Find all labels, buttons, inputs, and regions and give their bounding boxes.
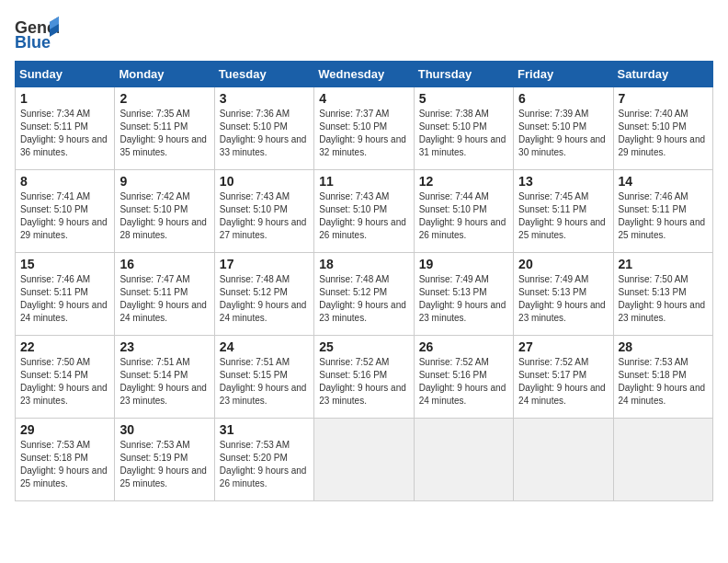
day-number: 26 [419,339,508,354]
day-number: 7 [619,91,708,106]
table-row: 24Sunrise: 7:51 AMSunset: 5:15 PMDayligh… [214,336,313,419]
day-info: Sunrise: 7:44 AMSunset: 5:10 PMDaylight:… [419,190,508,242]
table-row: 22Sunrise: 7:50 AMSunset: 5:14 PMDayligh… [16,336,115,419]
day-number: 1 [20,91,109,106]
day-info: Sunrise: 7:51 AMSunset: 5:14 PMDaylight:… [119,356,209,408]
table-row: 13Sunrise: 7:45 AMSunset: 5:11 PMDayligh… [514,170,613,253]
day-info: Sunrise: 7:35 AMSunset: 5:11 PMDaylight:… [119,108,209,159]
day-number: 6 [518,91,608,106]
day-number: 15 [20,257,109,271]
day-info: Sunrise: 7:41 AMSunset: 5:10 PMDaylight:… [20,190,109,242]
table-row: 4Sunrise: 7:37 AMSunset: 5:10 PMDaylight… [314,87,414,170]
table-row: 23Sunrise: 7:51 AMSunset: 5:14 PMDayligh… [115,336,214,419]
day-number: 4 [319,91,408,106]
day-info: Sunrise: 7:46 AMSunset: 5:11 PMDaylight:… [619,190,708,242]
day-number: 17 [220,257,309,271]
day-info: Sunrise: 7:45 AMSunset: 5:11 PMDaylight:… [518,190,608,242]
day-number: 2 [119,91,209,106]
day-number: 8 [20,174,109,189]
table-row: 14Sunrise: 7:46 AMSunset: 5:11 PMDayligh… [613,170,712,253]
day-info: Sunrise: 7:47 AMSunset: 5:11 PMDaylight:… [119,273,209,325]
day-number: 18 [319,257,408,271]
header-friday: Friday [514,62,613,87]
day-number: 12 [419,174,508,189]
table-row: 12Sunrise: 7:44 AMSunset: 5:10 PMDayligh… [414,170,513,253]
day-info: Sunrise: 7:52 AMSunset: 5:16 PMDaylight:… [319,356,408,408]
day-info: Sunrise: 7:37 AMSunset: 5:10 PMDaylight:… [319,108,408,159]
calendar-table: Sunday Monday Tuesday Wednesday Thursday… [15,61,713,501]
day-number: 30 [119,422,209,437]
day-number: 13 [518,174,608,189]
table-row: 11Sunrise: 7:43 AMSunset: 5:10 PMDayligh… [314,170,414,253]
day-info: Sunrise: 7:42 AMSunset: 5:10 PMDaylight:… [119,190,209,242]
empty-cell [414,419,513,501]
table-row: 7Sunrise: 7:40 AMSunset: 5:10 PMDaylight… [613,87,712,170]
day-number: 23 [119,339,209,354]
table-row: 20Sunrise: 7:49 AMSunset: 5:13 PMDayligh… [514,253,613,336]
day-number: 21 [619,257,708,271]
day-info: Sunrise: 7:43 AMSunset: 5:10 PMDaylight:… [319,190,408,242]
day-info: Sunrise: 7:49 AMSunset: 5:13 PMDaylight:… [518,273,608,325]
day-info: Sunrise: 7:39 AMSunset: 5:10 PMDaylight:… [518,108,608,159]
day-info: Sunrise: 7:46 AMSunset: 5:11 PMDaylight:… [20,273,109,325]
empty-cell [514,419,613,501]
header-monday: Monday [115,62,214,87]
table-row: 17Sunrise: 7:48 AMSunset: 5:12 PMDayligh… [214,253,313,336]
table-row: 25Sunrise: 7:52 AMSunset: 5:16 PMDayligh… [314,336,414,419]
table-row: 19Sunrise: 7:49 AMSunset: 5:13 PMDayligh… [414,253,513,336]
day-number: 16 [119,257,209,271]
day-number: 14 [619,174,708,189]
table-row: 29Sunrise: 7:53 AMSunset: 5:18 PMDayligh… [16,419,115,501]
day-number: 5 [419,91,508,106]
logo-icon: General Blue [15,15,59,53]
table-row: 15Sunrise: 7:46 AMSunset: 5:11 PMDayligh… [16,253,115,336]
header-wednesday: Wednesday [314,62,414,87]
day-number: 22 [20,339,109,354]
empty-cell [613,419,712,501]
day-number: 20 [518,257,608,271]
table-row: 26Sunrise: 7:52 AMSunset: 5:16 PMDayligh… [414,336,513,419]
day-number: 27 [518,339,608,354]
day-info: Sunrise: 7:43 AMSunset: 5:10 PMDaylight:… [220,190,309,242]
day-number: 28 [619,339,708,354]
table-row: 1Sunrise: 7:34 AMSunset: 5:11 PMDaylight… [16,87,115,170]
table-row: 3Sunrise: 7:36 AMSunset: 5:10 PMDaylight… [214,87,313,170]
day-number: 19 [419,257,508,271]
day-number: 24 [220,339,309,354]
day-info: Sunrise: 7:50 AMSunset: 5:14 PMDaylight:… [20,356,109,408]
header-saturday: Saturday [613,62,712,87]
day-info: Sunrise: 7:36 AMSunset: 5:10 PMDaylight:… [220,108,309,159]
page-header: General Blue [15,15,713,53]
day-info: Sunrise: 7:52 AMSunset: 5:17 PMDaylight:… [518,356,608,408]
day-info: Sunrise: 7:53 AMSunset: 5:18 PMDaylight:… [619,356,708,408]
day-number: 10 [220,174,309,189]
day-info: Sunrise: 7:48 AMSunset: 5:12 PMDaylight:… [319,273,408,325]
table-row: 6Sunrise: 7:39 AMSunset: 5:10 PMDaylight… [514,87,613,170]
day-info: Sunrise: 7:38 AMSunset: 5:10 PMDaylight:… [419,108,508,159]
header-tuesday: Tuesday [214,62,313,87]
table-row: 5Sunrise: 7:38 AMSunset: 5:10 PMDaylight… [414,87,513,170]
logo: General Blue [15,15,63,53]
table-row: 10Sunrise: 7:43 AMSunset: 5:10 PMDayligh… [214,170,313,253]
day-info: Sunrise: 7:52 AMSunset: 5:16 PMDaylight:… [419,356,508,408]
day-number: 3 [220,91,309,106]
day-info: Sunrise: 7:53 AMSunset: 5:19 PMDaylight:… [119,439,209,490]
weekday-header-row: Sunday Monday Tuesday Wednesday Thursday… [16,62,713,87]
day-info: Sunrise: 7:48 AMSunset: 5:12 PMDaylight:… [220,273,309,325]
day-number: 25 [319,339,408,354]
day-info: Sunrise: 7:53 AMSunset: 5:18 PMDaylight:… [20,439,109,490]
table-row: 27Sunrise: 7:52 AMSunset: 5:17 PMDayligh… [514,336,613,419]
table-row: 9Sunrise: 7:42 AMSunset: 5:10 PMDaylight… [115,170,214,253]
table-row: 21Sunrise: 7:50 AMSunset: 5:13 PMDayligh… [613,253,712,336]
header-thursday: Thursday [414,62,513,87]
table-row: 2Sunrise: 7:35 AMSunset: 5:11 PMDaylight… [115,87,214,170]
table-row: 8Sunrise: 7:41 AMSunset: 5:10 PMDaylight… [16,170,115,253]
day-number: 31 [220,422,309,437]
table-row: 16Sunrise: 7:47 AMSunset: 5:11 PMDayligh… [115,253,214,336]
table-row: 30Sunrise: 7:53 AMSunset: 5:19 PMDayligh… [115,419,214,501]
day-info: Sunrise: 7:40 AMSunset: 5:10 PMDaylight:… [619,108,708,159]
day-info: Sunrise: 7:34 AMSunset: 5:11 PMDaylight:… [20,108,109,159]
day-number: 11 [319,174,408,189]
table-row: 18Sunrise: 7:48 AMSunset: 5:12 PMDayligh… [314,253,414,336]
table-row: 31Sunrise: 7:53 AMSunset: 5:20 PMDayligh… [214,419,313,501]
